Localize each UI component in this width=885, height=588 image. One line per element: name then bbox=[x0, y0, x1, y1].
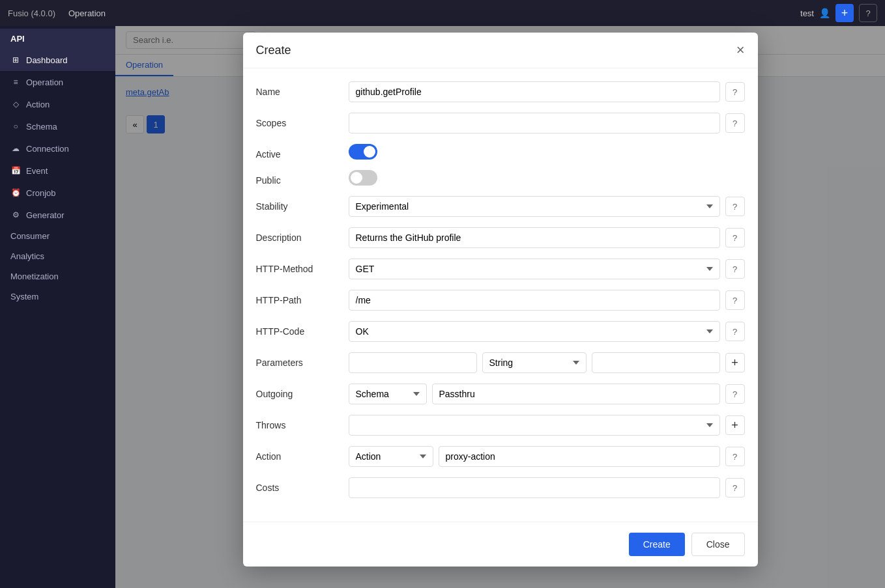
throws-row: Throws + bbox=[256, 415, 745, 436]
sidebar-item-consumer[interactable]: Consumer bbox=[0, 226, 115, 246]
top-bar-right: test 👤 + ? bbox=[800, 4, 877, 22]
http-path-control: ? bbox=[349, 290, 745, 311]
close-button[interactable]: Close bbox=[691, 533, 745, 556]
content-area: Operation meta.getAb « 1 Create × bbox=[115, 26, 885, 588]
modal: Create × Name ? bbox=[243, 33, 758, 567]
name-row: Name ? bbox=[256, 81, 745, 102]
http-path-help-button[interactable]: ? bbox=[725, 290, 745, 310]
modal-overlay: Create × Name ? bbox=[115, 26, 885, 588]
costs-label: Costs bbox=[256, 477, 341, 493]
generator-icon: ⚙ bbox=[10, 210, 21, 220]
action-control: Action Schema None ? bbox=[349, 446, 745, 467]
outgoing-control: Schema Passthru None ? bbox=[349, 384, 745, 404]
throws-add-button[interactable]: + bbox=[725, 415, 745, 435]
schema-icon: ○ bbox=[10, 121, 21, 132]
action-help-button[interactable]: ? bbox=[725, 447, 745, 466]
sidebar-item-label: Generator bbox=[26, 210, 65, 220]
operation-icon: ≡ bbox=[10, 77, 21, 87]
http-method-select[interactable]: GET POST PUT DELETE PATCH bbox=[349, 259, 720, 279]
outgoing-row: Outgoing Schema Passthru None bbox=[256, 384, 745, 404]
action-icon: ◇ bbox=[10, 99, 21, 109]
description-label: Description bbox=[256, 227, 341, 243]
modal-close-button[interactable]: × bbox=[736, 43, 745, 57]
http-method-label: HTTP-Method bbox=[256, 259, 341, 274]
top-bar-section: Operation bbox=[68, 8, 106, 18]
stability-control: Experimental Stable Deprecated Legacy ? bbox=[349, 196, 745, 217]
modal-header: Create × bbox=[243, 33, 758, 68]
params-inputs: String Integer Boolean + bbox=[349, 352, 745, 373]
public-slider bbox=[349, 170, 377, 186]
description-row: Description ? bbox=[256, 227, 745, 248]
action-label: Action bbox=[256, 446, 341, 462]
parameters-add-button[interactable]: + bbox=[725, 353, 745, 372]
parameters-row: Parameters String Integer Boolean bbox=[256, 352, 745, 373]
http-code-help-button[interactable]: ? bbox=[725, 322, 745, 341]
create-button[interactable]: Create bbox=[629, 533, 685, 556]
help-button[interactable]: ? bbox=[859, 4, 877, 22]
sidebar-item-connection[interactable]: ☁ Connection bbox=[0, 137, 115, 160]
sidebar-item-analytics[interactable]: Analytics bbox=[0, 246, 115, 266]
costs-input[interactable] bbox=[349, 477, 720, 498]
costs-control: ? bbox=[349, 477, 745, 498]
scopes-input[interactable] bbox=[349, 113, 720, 133]
sidebar-item-system[interactable]: System bbox=[0, 287, 115, 307]
active-control bbox=[349, 144, 745, 160]
sidebar-item-monetization[interactable]: Monetization bbox=[0, 266, 115, 287]
stability-row: Stability Experimental Stable Deprecated… bbox=[256, 196, 745, 217]
description-help-button[interactable]: ? bbox=[725, 228, 745, 247]
action-type-select[interactable]: Action Schema None bbox=[349, 446, 433, 467]
public-control bbox=[349, 170, 745, 186]
description-control: ? bbox=[349, 227, 745, 248]
http-path-row: HTTP-Path ? bbox=[256, 290, 745, 311]
name-help-button[interactable]: ? bbox=[725, 82, 745, 102]
http-path-label: HTTP-Path bbox=[256, 290, 341, 305]
sidebar-item-label: Schema bbox=[26, 122, 57, 132]
outgoing-inputs: Schema Passthru None bbox=[349, 384, 720, 404]
outgoing-value-input[interactable] bbox=[432, 384, 720, 404]
sidebar-item-label: Action bbox=[26, 100, 50, 109]
sidebar-item-dashboard[interactable]: ⊞ Dashboard bbox=[0, 49, 115, 71]
description-input[interactable] bbox=[349, 227, 720, 248]
http-method-help-button[interactable]: ? bbox=[725, 259, 745, 279]
modal-footer: Create Close bbox=[243, 522, 758, 567]
costs-row: Costs ? bbox=[256, 477, 745, 498]
parameters-control: String Integer Boolean + bbox=[349, 352, 745, 373]
sidebar-item-generator[interactable]: ⚙ Generator bbox=[0, 204, 115, 226]
app-title: Fusio (4.0.0) bbox=[8, 8, 55, 18]
sidebar-item-label: Cronjob bbox=[26, 188, 56, 198]
http-code-select[interactable]: OK 201 Created 400 Bad Request 404 Not F… bbox=[349, 321, 720, 342]
sidebar-api-label: API bbox=[0, 29, 115, 49]
scopes-control: ? bbox=[349, 113, 745, 133]
outgoing-type-select[interactable]: Schema Passthru None bbox=[349, 384, 427, 404]
dashboard-icon: ⊞ bbox=[10, 55, 21, 65]
cronjob-icon: ⏰ bbox=[10, 188, 21, 198]
active-toggle[interactable] bbox=[349, 144, 377, 160]
parameters-type-select[interactable]: String Integer Boolean bbox=[482, 352, 587, 373]
app-container: Fusio (4.0.0) Operation test 👤 + ? API ⊞… bbox=[0, 0, 885, 588]
http-code-label: HTTP-Code bbox=[256, 321, 341, 337]
stability-select[interactable]: Experimental Stable Deprecated Legacy bbox=[349, 196, 720, 217]
http-path-input[interactable] bbox=[349, 290, 720, 311]
sidebar-item-label: Event bbox=[26, 166, 48, 176]
sidebar-item-cronjob[interactable]: ⏰ Cronjob bbox=[0, 182, 115, 204]
sidebar-item-operation[interactable]: ≡ Operation bbox=[0, 71, 115, 93]
public-toggle[interactable] bbox=[349, 170, 377, 186]
scopes-help-button[interactable]: ? bbox=[725, 113, 745, 133]
sidebar-item-action[interactable]: ◇ Action bbox=[0, 93, 115, 115]
http-method-row: HTTP-Method GET POST PUT DELETE PATCH ? bbox=[256, 259, 745, 279]
sidebar-item-label: Operation bbox=[26, 77, 63, 87]
public-label: Public bbox=[256, 170, 341, 186]
outgoing-help-button[interactable]: ? bbox=[725, 384, 745, 404]
sidebar-item-schema[interactable]: ○ Schema bbox=[0, 115, 115, 137]
costs-help-button[interactable]: ? bbox=[725, 478, 745, 497]
sidebar-item-event[interactable]: 📅 Event bbox=[0, 160, 115, 182]
stability-help-button[interactable]: ? bbox=[725, 197, 745, 216]
action-value-input[interactable] bbox=[439, 446, 720, 467]
parameters-key-input[interactable] bbox=[349, 352, 477, 373]
throws-control: + bbox=[349, 415, 745, 436]
throws-select[interactable] bbox=[349, 415, 720, 436]
add-button[interactable]: + bbox=[835, 4, 854, 22]
name-input[interactable] bbox=[349, 81, 720, 102]
public-row: Public bbox=[256, 170, 745, 186]
parameters-value-input[interactable] bbox=[592, 352, 720, 373]
